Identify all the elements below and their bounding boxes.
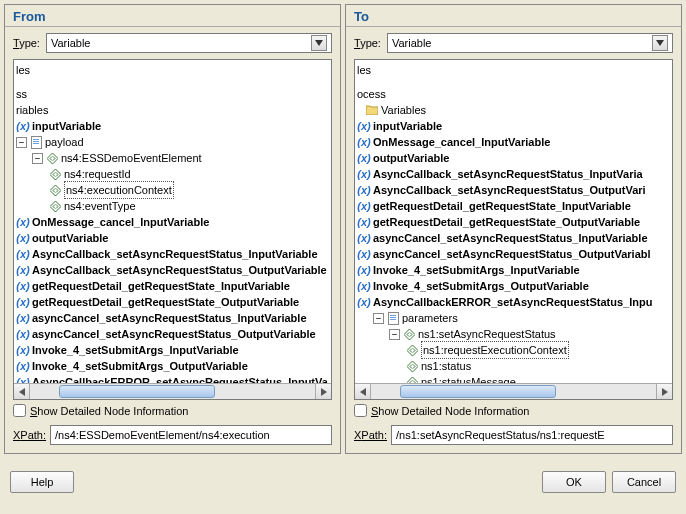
- from-show-detail-label: Show Detailed Node Information: [30, 405, 188, 417]
- tree-node[interactable]: riables: [16, 102, 329, 118]
- tree-node[interactable]: les: [357, 62, 670, 78]
- from-tree[interactable]: les ss riables (x)inputVariable −payload…: [13, 59, 332, 400]
- variable-icon: (x): [16, 375, 30, 383]
- chevron-down-icon[interactable]: [652, 35, 668, 51]
- element-icon: [402, 327, 416, 341]
- from-type-label: Type:: [13, 37, 40, 49]
- tree-node[interactable]: (x)AsyncCallbackERROR_setAsyncRequestSta…: [357, 294, 670, 310]
- variable-icon: (x): [357, 151, 371, 165]
- tree-node[interactable]: (x)getRequestDetail_getRequestState_Inpu…: [16, 278, 329, 294]
- variable-icon: (x): [16, 215, 30, 229]
- tree-node[interactable]: (x)AsyncCallback_setAsyncRequestStatus_I…: [16, 246, 329, 262]
- page-icon: [386, 311, 400, 325]
- tree-node-parameters[interactable]: −parameters: [357, 310, 670, 326]
- tree-node[interactable]: (x)asyncCancel_setAsyncRequestStatus_Out…: [16, 326, 329, 342]
- chevron-down-icon[interactable]: [311, 35, 327, 51]
- to-panel: To Type: Variable les ocess Variables (x…: [345, 4, 682, 454]
- tree-node[interactable]: ns1:statusMessage: [357, 374, 670, 383]
- horizontal-scrollbar[interactable]: [14, 383, 331, 399]
- svg-rect-5: [390, 315, 396, 316]
- element-icon: [45, 151, 59, 165]
- svg-rect-3: [33, 143, 39, 144]
- collapse-icon[interactable]: −: [16, 137, 27, 148]
- collapse-icon[interactable]: −: [389, 329, 400, 340]
- tree-node[interactable]: (x)getRequestDetail_getRequestState_Outp…: [16, 294, 329, 310]
- to-xpath-input[interactable]: [391, 425, 673, 445]
- tree-node[interactable]: (x)Invoke_4_setSubmitArgs_OutputVariable: [357, 278, 670, 294]
- scroll-thumb[interactable]: [400, 385, 557, 398]
- variable-icon: (x): [16, 311, 30, 325]
- from-show-detail-checkbox[interactable]: [13, 404, 26, 417]
- collapse-icon[interactable]: −: [373, 313, 384, 324]
- tree-node[interactable]: ns1:status: [357, 358, 670, 374]
- tree-node[interactable]: (x)AsyncCallback_setAsyncRequestStatus_I…: [357, 166, 670, 182]
- tree-node[interactable]: (x)AsyncCallback_setAsyncRequestStatus_O…: [357, 182, 670, 198]
- scroll-left-icon[interactable]: [14, 384, 30, 399]
- tree-node-payload[interactable]: −payload: [16, 134, 329, 150]
- tree-node[interactable]: (x)asyncCancel_setAsyncRequestStatus_Inp…: [16, 310, 329, 326]
- svg-rect-7: [390, 319, 396, 320]
- tree-node[interactable]: ocess: [357, 86, 670, 102]
- to-type-select[interactable]: Variable: [387, 33, 673, 53]
- folder-icon: [365, 103, 379, 117]
- tree-node-req-exec-ctx[interactable]: ns1:requestExecutionContext: [357, 342, 670, 358]
- to-show-detail-label: Show Detailed Node Information: [371, 405, 529, 417]
- tree-node[interactable]: ss: [16, 86, 329, 102]
- tree-node[interactable]: (x)outputVariable: [16, 230, 329, 246]
- tree-node-variables[interactable]: Variables: [357, 102, 670, 118]
- tree-node[interactable]: (x)asyncCancel_setAsyncRequestStatus_Out…: [357, 246, 670, 262]
- tree-node[interactable]: (x)AsyncCallback_setAsyncRequestStatus_O…: [16, 262, 329, 278]
- element-icon: [48, 183, 62, 197]
- variable-icon: (x): [357, 295, 371, 309]
- svg-rect-2: [33, 141, 39, 142]
- from-type-select[interactable]: Variable: [46, 33, 332, 53]
- horizontal-scrollbar[interactable]: [355, 383, 672, 399]
- tree-node[interactable]: −ns1:setAsyncRequestStatus: [357, 326, 670, 342]
- collapse-icon[interactable]: −: [32, 153, 43, 164]
- svg-rect-1: [33, 139, 39, 140]
- to-type-label: Type:: [354, 37, 381, 49]
- tree-node[interactable]: les: [16, 62, 329, 78]
- tree-node[interactable]: (x)outputVariable: [357, 150, 670, 166]
- variable-icon: (x): [16, 359, 30, 373]
- scroll-right-icon[interactable]: [315, 384, 331, 399]
- variable-icon: (x): [16, 231, 30, 245]
- tree-node[interactable]: (x)OnMessage_cancel_InputVariable: [16, 214, 329, 230]
- variable-icon: (x): [16, 263, 30, 277]
- tree-node[interactable]: (x)AsyncCallbackERROR_setAsyncRequestSta…: [16, 374, 329, 383]
- to-show-detail-checkbox[interactable]: [354, 404, 367, 417]
- variable-icon: (x): [16, 343, 30, 357]
- to-tree[interactable]: les ocess Variables (x)inputVariable (x)…: [354, 59, 673, 400]
- from-xpath-input[interactable]: [50, 425, 332, 445]
- tree-node-input-variable[interactable]: (x)inputVariable: [16, 118, 329, 134]
- variable-icon: (x): [357, 135, 371, 149]
- scroll-right-icon[interactable]: [656, 384, 672, 399]
- help-button[interactable]: Help: [10, 471, 74, 493]
- tree-node[interactable]: (x)OnMessage_cancel_InputVariable: [357, 134, 670, 150]
- page-icon: [29, 135, 43, 149]
- from-type-value: Variable: [51, 37, 91, 49]
- cancel-button[interactable]: Cancel: [612, 471, 676, 493]
- tree-node[interactable]: ns4:requestId: [16, 166, 329, 182]
- tree-node-exec-ctx[interactable]: ns4:executionContext: [16, 182, 329, 198]
- tree-node[interactable]: (x)getRequestDetail_getRequestState_Inpu…: [357, 198, 670, 214]
- svg-rect-0: [31, 136, 41, 148]
- variable-icon: (x): [357, 119, 371, 133]
- tree-node[interactable]: (x)Invoke_4_setSubmitArgs_OutputVariable: [16, 358, 329, 374]
- tree-node[interactable]: (x)getRequestDetail_getRequestState_Outp…: [357, 214, 670, 230]
- dialog-footer: Help OK Cancel: [0, 458, 686, 506]
- tree-node[interactable]: (x)Invoke_4_setSubmitArgs_InputVariable: [357, 262, 670, 278]
- tree-node[interactable]: −ns4:ESSDemoEventElement: [16, 150, 329, 166]
- ok-button[interactable]: OK: [542, 471, 606, 493]
- element-icon: [405, 343, 419, 357]
- scroll-thumb[interactable]: [59, 385, 216, 398]
- tree-node[interactable]: (x)inputVariable: [357, 118, 670, 134]
- tree-node[interactable]: (x)asyncCancel_setAsyncRequestStatus_Inp…: [357, 230, 670, 246]
- element-icon: [48, 199, 62, 213]
- tree-node[interactable]: ns4:eventType: [16, 198, 329, 214]
- variable-icon: (x): [357, 183, 371, 197]
- svg-rect-6: [390, 317, 396, 318]
- tree-node[interactable]: (x)Invoke_4_setSubmitArgs_InputVariable: [16, 342, 329, 358]
- scroll-left-icon[interactable]: [355, 384, 371, 399]
- svg-rect-4: [388, 312, 398, 324]
